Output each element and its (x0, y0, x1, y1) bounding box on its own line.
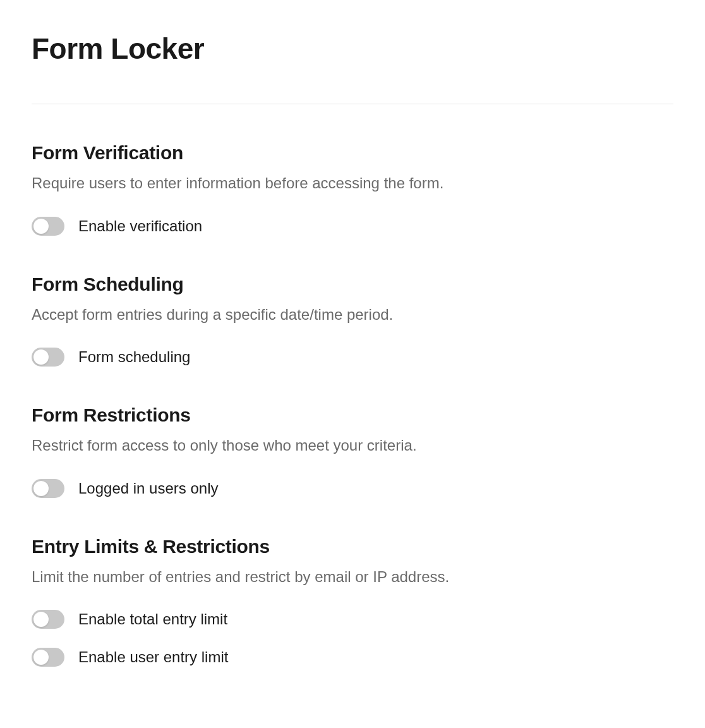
toggle-row-user-entry-limit: Enable user entry limit (32, 648, 673, 667)
toggle-label-logged-in-only: Logged in users only (78, 480, 218, 497)
section-description-restrictions: Restrict form access to only those who m… (32, 435, 673, 456)
toggle-logged-in-only[interactable] (32, 479, 64, 498)
toggle-knob (33, 650, 49, 665)
toggle-total-entry-limit[interactable] (32, 610, 64, 629)
section-restrictions: Form Restrictions Restrict form access t… (32, 404, 673, 498)
section-entry-limits: Entry Limits & Restrictions Limit the nu… (32, 536, 673, 667)
toggle-form-scheduling[interactable] (32, 348, 64, 367)
section-description-verification: Require users to enter information befor… (32, 173, 673, 194)
toggle-knob (33, 219, 49, 234)
toggle-enable-verification[interactable] (32, 217, 64, 236)
toggle-label-user-entry-limit: Enable user entry limit (78, 648, 228, 666)
toggle-user-entry-limit[interactable] (32, 648, 64, 667)
section-description-entry-limits: Limit the number of entries and restrict… (32, 566, 673, 588)
section-scheduling: Form Scheduling Accept form entries duri… (32, 274, 673, 367)
toggle-row-logged-in-only: Logged in users only (32, 479, 673, 498)
section-title-entry-limits: Entry Limits & Restrictions (32, 536, 673, 557)
toggle-row-total-entry-limit: Enable total entry limit (32, 610, 673, 629)
toggle-label-total-entry-limit: Enable total entry limit (78, 610, 227, 628)
divider (32, 104, 673, 104)
section-description-scheduling: Accept form entries during a specific da… (32, 304, 673, 325)
section-title-scheduling: Form Scheduling (32, 274, 673, 295)
toggle-knob (33, 349, 49, 365)
section-title-verification: Form Verification (32, 142, 673, 164)
toggle-knob (33, 481, 49, 496)
toggle-row-form-scheduling: Form scheduling (32, 348, 673, 367)
toggle-row-enable-verification: Enable verification (32, 217, 673, 236)
toggle-label-enable-verification: Enable verification (78, 217, 202, 235)
section-verification: Form Verification Require users to enter… (32, 142, 673, 236)
toggle-knob (33, 612, 49, 627)
page-title: Form Locker (32, 32, 673, 66)
section-title-restrictions: Form Restrictions (32, 404, 673, 426)
toggle-label-form-scheduling: Form scheduling (78, 348, 190, 366)
